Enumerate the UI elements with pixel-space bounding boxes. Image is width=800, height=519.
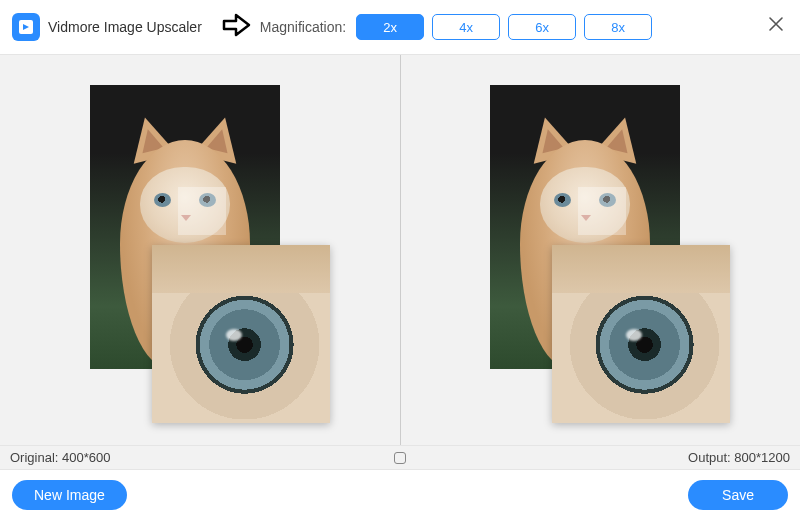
original-size-value: 400*600 (62, 450, 110, 465)
logo-icon (17, 18, 35, 36)
arrow-right-icon (222, 12, 252, 42)
output-image-preview (470, 85, 730, 425)
zoom-selection-box[interactable] (178, 187, 226, 235)
zoom-selection-box[interactable] (578, 187, 626, 235)
save-button[interactable]: Save (688, 480, 788, 510)
close-button[interactable] (766, 14, 786, 38)
output-panel (400, 55, 801, 445)
magnification-option-4x[interactable]: 4x (432, 14, 500, 40)
new-image-button[interactable]: New Image (12, 480, 127, 510)
original-zoom-preview (152, 245, 330, 423)
magnification-buttons: 2x 4x 6x 8x (356, 14, 652, 40)
link-checkbox[interactable] (394, 452, 406, 464)
magnification-option-6x[interactable]: 6x (508, 14, 576, 40)
output-size-value: 800*1200 (734, 450, 790, 465)
app-logo (12, 13, 40, 41)
close-icon (766, 14, 786, 34)
app-title: Vidmore Image Upscaler (48, 19, 202, 35)
header: Vidmore Image Upscaler Magnification: 2x… (0, 0, 800, 54)
info-bar: Original: 400*600 Output: 800*1200 (0, 446, 800, 470)
magnification-label: Magnification: (260, 19, 346, 35)
original-label: Original: (10, 450, 58, 465)
output-label: Output: (688, 450, 731, 465)
footer: New Image Save (0, 470, 800, 519)
original-panel (0, 55, 400, 445)
compare-area (0, 54, 800, 446)
magnification-option-8x[interactable]: 8x (584, 14, 652, 40)
original-image-preview (70, 85, 330, 425)
output-zoom-preview (552, 245, 730, 423)
output-size-info: Output: 800*1200 (688, 450, 790, 465)
magnification-option-2x[interactable]: 2x (356, 14, 424, 40)
original-size-info: Original: 400*600 (10, 450, 111, 465)
